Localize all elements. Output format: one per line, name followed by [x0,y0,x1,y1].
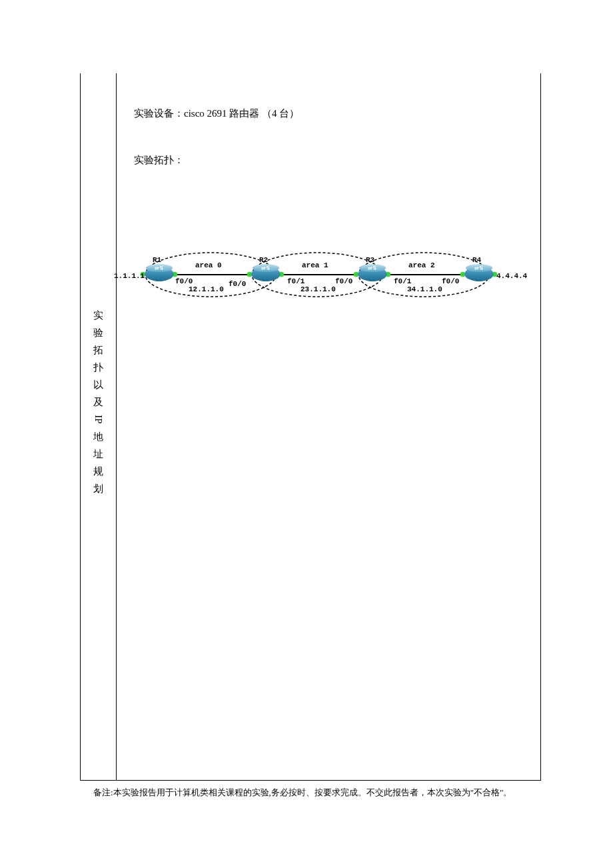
link-r2-r3 [280,274,356,275]
equipment-value: cisco 2691 路由器 （4 台） [184,108,299,119]
equipment-line: 实验设备：cisco 2691 路由器 （4 台） [134,105,527,121]
area-label-0: area 0 [195,261,222,269]
area-label-2: area 2 [408,261,435,269]
if-label: f0/1 [287,277,305,285]
footer-note: 备注:本实验报告用于计算机类相关课程的实验,务必按时、按要求完成。不交此报告者，… [93,787,512,799]
router-label-r1: R1 [153,256,161,264]
equipment-label: 实验设备： [134,108,184,119]
if-label: f0/0 [229,280,246,288]
net-label: 12.1.1.0 [189,285,224,293]
router-label-r3: R3 [366,256,374,264]
router-r4: ⇄⇅ [464,267,494,285]
link-r3-r4 [386,274,463,275]
topology-label: 实验拓扑： [134,152,527,168]
if-label: f0/1 [394,277,411,285]
if-label: f0/0 [442,277,459,285]
if-label: f0/0 [175,277,193,285]
router-label-r2: R2 [259,256,268,264]
link-r1-r2 [173,274,250,275]
section-title-vertical: 实验拓扑以及IP地址规划 [81,307,116,497]
column-divider [116,73,117,780]
router-r1: ⇄⇅ [145,267,174,285]
content-area: 实验设备：cisco 2691 路由器 （4 台） 实验拓扑： [134,105,527,168]
loopback-r1: 1.1.1.1 [114,272,145,280]
router-r2: ⇄⇅ [251,267,281,285]
loopback-r4: 4.4.4.4 [496,272,527,280]
net-label: 34.1.1.0 [407,285,442,293]
area-label-1: area 1 [302,261,328,269]
if-label: f0/0 [335,277,352,285]
router-label-r4: R4 [472,256,481,264]
net-label: 23.1.1.0 [301,285,336,293]
router-r3: ⇄⇅ [358,267,387,285]
report-frame: 实验拓扑以及IP地址规划 实验设备：cisco 2691 路由器 （4 台） 实… [80,73,541,781]
topology-diagram: ⇄⇅ ⇄⇅ ⇄⇅ ⇄⇅ R1 R2 R3 R4 area 0 area 1 ar… [122,247,535,313]
